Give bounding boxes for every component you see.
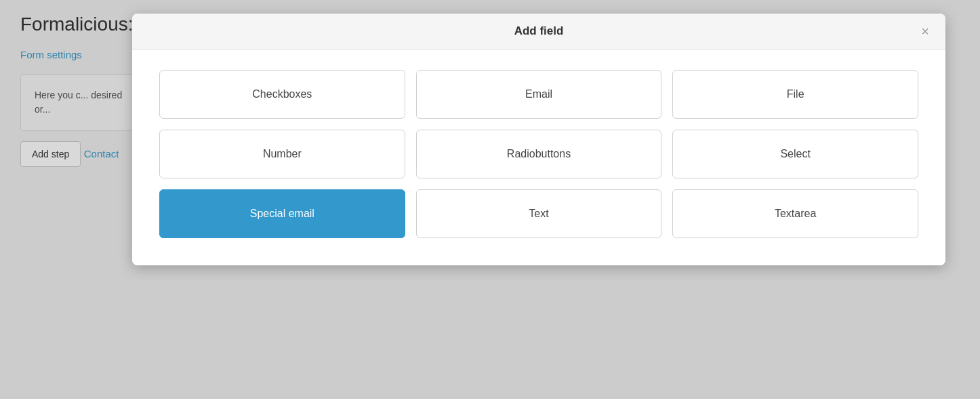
- field-button-number[interactable]: Number: [159, 130, 405, 178]
- field-button-select[interactable]: Select: [672, 130, 918, 178]
- field-button-file[interactable]: File: [672, 70, 918, 119]
- field-button-radiobuttons[interactable]: Radiobuttons: [416, 130, 662, 178]
- field-button-checkboxes[interactable]: Checkboxes: [159, 70, 405, 119]
- modal-close-button[interactable]: ×: [917, 23, 933, 39]
- modal-title: Add field: [514, 24, 564, 38]
- field-button-text[interactable]: Text: [416, 189, 662, 238]
- field-button-email[interactable]: Email: [416, 70, 662, 119]
- field-button-special-email[interactable]: Special email: [159, 189, 405, 238]
- field-grid: CheckboxesEmailFileNumberRadiobuttonsSel…: [159, 70, 918, 238]
- field-button-textarea[interactable]: Textarea: [672, 189, 918, 238]
- add-field-modal: Add field × CheckboxesEmailFileNumberRad…: [132, 14, 945, 265]
- modal-body: CheckboxesEmailFileNumberRadiobuttonsSel…: [132, 50, 945, 265]
- modal-header: Add field ×: [132, 14, 945, 50]
